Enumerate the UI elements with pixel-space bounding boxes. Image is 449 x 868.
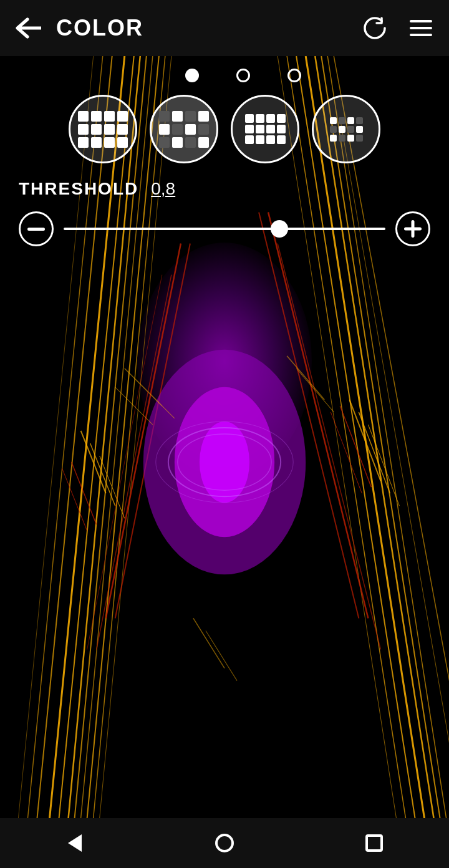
threshold-slider[interactable] (64, 228, 385, 230)
grid-pattern-icon-3 (245, 114, 286, 144)
threshold-label: THRESHOLD (19, 179, 138, 199)
controls-overlay: THRESHOLD 0,8 (0, 56, 449, 259)
indicator-dot-2[interactable] (236, 69, 250, 82)
slider-row (19, 211, 430, 246)
home-circle-icon (215, 834, 234, 852)
back-triangle-icon (68, 834, 82, 852)
threshold-row: THRESHOLD 0,8 (19, 179, 430, 199)
indicator-dot-1[interactable] (185, 69, 199, 82)
grid-pattern-buttons (19, 95, 430, 163)
svg-rect-50 (27, 228, 45, 231)
nav-recents-button[interactable] (355, 824, 393, 862)
visualization-area: THRESHOLD 0,8 (0, 56, 449, 818)
threshold-value: 0,8 (151, 179, 175, 199)
grid-pattern-icon-4 (330, 117, 363, 142)
increase-button[interactable] (395, 211, 430, 246)
svg-line-36 (331, 412, 362, 493)
grid-pattern-icon-2 (159, 111, 209, 148)
recents-square-icon (365, 834, 383, 852)
page-title: COLOR (56, 15, 143, 41)
grid-pattern-btn-4[interactable] (312, 95, 380, 163)
app-header: COLOR (0, 0, 449, 56)
menu-button[interactable] (405, 12, 437, 44)
svg-line-49 (206, 631, 237, 681)
decrease-button[interactable] (19, 211, 54, 246)
bottom-navigation (0, 818, 449, 868)
svg-rect-52 (412, 220, 415, 238)
grid-pattern-icon-1 (78, 111, 128, 148)
header-right (359, 12, 437, 44)
svg-line-48 (193, 618, 224, 668)
svg-line-45 (115, 387, 153, 425)
grid-pattern-btn-2[interactable] (150, 95, 218, 163)
refresh-button[interactable] (359, 12, 390, 44)
svg-line-32 (349, 400, 380, 481)
hamburger-icon (410, 20, 432, 36)
slider-thumb[interactable] (271, 220, 288, 238)
page-indicators (56, 69, 430, 82)
indicator-dot-3[interactable] (287, 69, 301, 82)
grid-pattern-btn-3[interactable] (231, 95, 299, 163)
nav-back-button[interactable] (56, 824, 94, 862)
grid-pattern-btn-1[interactable] (69, 95, 137, 163)
nav-home-button[interactable] (206, 824, 243, 862)
header-left: COLOR (12, 12, 143, 44)
back-button[interactable] (12, 12, 44, 44)
